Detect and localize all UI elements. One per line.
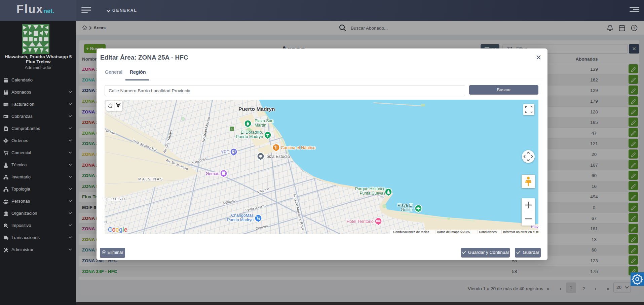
- svg-text:Punta Cuevas: Punta Cuevas: [359, 191, 385, 196]
- svg-text:o: o: [116, 226, 119, 233]
- svg-text:l: l: [122, 226, 124, 233]
- svg-text:Golfito: Golfito: [401, 207, 413, 212]
- svg-text:as: as: [105, 220, 107, 224]
- svg-text:Puerto Madryn: Puerto Madryn: [227, 217, 254, 222]
- svg-text:MALVINAS: MALVINAS: [138, 177, 163, 181]
- svg-text:e: e: [124, 226, 127, 233]
- svg-text:YPF: YPF: [221, 150, 229, 155]
- svg-text:Parque Histórico: Parque Histórico: [355, 187, 385, 191]
- svg-text:Informar un error en el mapa: Informar un error en el mapa: [503, 230, 538, 234]
- svg-text:Puerto Madryn: Puerto Madryn: [236, 134, 263, 139]
- svg-text:Cantina el Náutico: Cantina el Náutico: [281, 145, 315, 150]
- svg-text:Q: Q: [4, 224, 6, 227]
- svg-text:El Doradillo.: El Doradillo.: [241, 130, 263, 135]
- svg-text:o: o: [112, 226, 116, 233]
- svg-text:Puerto Madryn: Puerto Madryn: [238, 106, 275, 112]
- svg-text:Martín: Martín: [255, 123, 266, 128]
- svg-text:1: 1: [231, 127, 233, 131]
- svg-text:Condiciones: Condiciones: [479, 230, 497, 234]
- svg-text:OGRESO: OGRESO: [105, 197, 125, 201]
- svg-text:g: g: [119, 226, 122, 233]
- svg-text:Ibiza Estudio: Ibiza Estudio: [265, 154, 290, 159]
- svg-text:Hotel Territorio: Hotel Territorio: [347, 219, 374, 224]
- svg-text:Gemas: Gemas: [205, 171, 219, 176]
- svg-text:ChangoMás: ChangoMás: [231, 213, 254, 218]
- svg-text:Plaza San: Plaza San: [255, 118, 273, 123]
- svg-text:Playa El: Playa El: [397, 203, 413, 208]
- svg-text:Combinaciones de teclas: Combinaciones de teclas: [393, 230, 429, 234]
- svg-text:Datos del mapa ©2025: Datos del mapa ©2025: [437, 230, 470, 234]
